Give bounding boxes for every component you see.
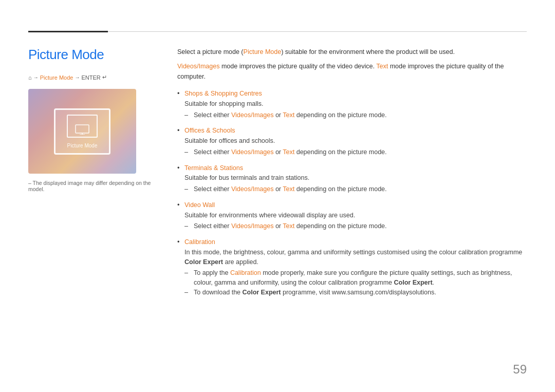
list-item-calibration: Calibration In this mode, the brightness…	[177, 237, 527, 297]
page-container: Picture Mode ⌂ → Picture Mode → ENTER ↵	[0, 0, 555, 392]
intro-mid1: mode improves the picture quality of the…	[219, 63, 376, 70]
list-item-videowall: Video Wall Suitable for environments whe…	[177, 200, 527, 231]
monitor-screen-icon	[67, 115, 98, 138]
bullet-title-shops: Shops & Shopping Centres	[184, 90, 262, 97]
bullet-title-calibration: Calibration	[184, 238, 215, 246]
bullet-title-offices: Offices & Schools	[184, 127, 235, 134]
color-expert-bold3: Color Expert	[243, 289, 281, 296]
sub-list-offices: Select either Videos/Images or Text depe…	[184, 147, 527, 157]
monitor-bg: Picture Mode	[28, 89, 136, 174]
list-item-terminals: Terminals & Stations Suitable for bus te…	[177, 163, 527, 194]
breadcrumb-item2: ENTER	[81, 74, 100, 81]
bullet-desc-calibration: In this mode, the brightness, colour, ga…	[184, 248, 527, 267]
top-rule-light	[108, 31, 527, 32]
breadcrumb-item1: Picture Mode	[40, 74, 73, 81]
bullet-list: Shops & Shopping Centres Suitable for sh…	[177, 89, 527, 297]
page-number: 59	[513, 362, 527, 377]
monitor-label: Picture Mode	[67, 143, 98, 148]
top-rule	[28, 31, 527, 32]
monitor-svg-icon	[75, 124, 89, 135]
breadcrumb-enter-icon: ↵	[102, 74, 107, 81]
svg-rect-0	[76, 125, 89, 133]
sub-list-shops: Select either Videos/Images or Text depe…	[184, 110, 527, 120]
page-title: Picture Mode	[28, 47, 162, 63]
bullet-desc-shops: Suitable for shopping malls.	[184, 99, 527, 109]
image-caption: The displayed image may differ depending…	[28, 180, 162, 192]
text-highlight: Text	[376, 63, 388, 70]
intro-subtext: Videos/Images mode improves the picture …	[177, 61, 527, 82]
videos-images-text1: Videos/Images	[177, 63, 219, 70]
monitor-image: Picture Mode	[28, 89, 136, 174]
bullet-desc-terminals: Suitable for bus terminals and train sta…	[184, 173, 527, 183]
bullet-desc-videowall: Suitable for environments where videowal…	[184, 211, 527, 220]
breadcrumb-arrow1: →	[33, 74, 39, 80]
sub-item-shops: Select either Videos/Images or Text depe…	[184, 110, 527, 120]
bullet-title-videowall: Video Wall	[184, 201, 215, 209]
sub-list-calibration: To apply the Calibration mode properly, …	[184, 268, 527, 297]
monitor-frame: Picture Mode	[54, 108, 110, 155]
sub-item-offices: Select either Videos/Images or Text depe…	[184, 147, 527, 157]
content-area: Picture Mode ⌂ → Picture Mode → ENTER ↵	[28, 47, 527, 371]
left-panel: Picture Mode ⌂ → Picture Mode → ENTER ↵	[28, 47, 162, 371]
right-panel: Select a picture mode (Picture Mode) sui…	[177, 47, 527, 371]
sub-list-videowall: Select either Videos/Images or Text depe…	[184, 221, 527, 231]
bullet-desc-offices: Suitable for offices and schools.	[184, 136, 527, 146]
sub-list-terminals: Select either Videos/Images or Text depe…	[184, 184, 527, 194]
list-item-shops: Shops & Shopping Centres Suitable for sh…	[177, 89, 527, 120]
breadcrumb: ⌂ → Picture Mode → ENTER ↵	[28, 74, 162, 81]
intro-suffix: ) suitable for the environment where the…	[281, 48, 455, 55]
sub-item-videowall: Select either Videos/Images or Text depe…	[184, 221, 527, 231]
breadcrumb-home-icon: ⌂	[28, 74, 32, 81]
intro-prefix: Select a picture mode (	[177, 48, 244, 55]
sub-item-terminals: Select either Videos/Images or Text depe…	[184, 184, 527, 194]
color-expert-bold2: Color Expert	[394, 279, 433, 286]
sub-item-calibration-2: To download the Color Expert programme, …	[184, 288, 527, 297]
intro-text: Select a picture mode (Picture Mode) sui…	[177, 47, 527, 57]
bullet-title-terminals: Terminals & Stations	[184, 164, 243, 172]
list-item-offices: Offices & Schools Suitable for offices a…	[177, 126, 527, 157]
color-expert-bold1: Color Expert	[184, 258, 223, 266]
top-rule-dark	[28, 31, 108, 32]
sub-item-calibration-1: To apply the Calibration mode properly, …	[184, 268, 527, 288]
intro-highlight: Picture Mode	[244, 48, 282, 55]
breadcrumb-arrow2: →	[75, 74, 80, 80]
